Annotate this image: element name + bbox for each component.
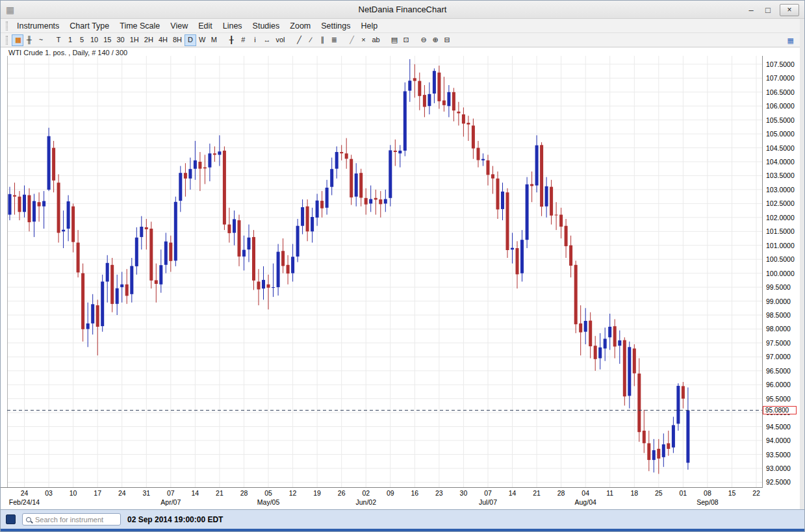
interval-monthly-button[interactable]: M [208, 34, 220, 46]
channel-tool-button[interactable]: ∥ [316, 34, 328, 46]
y-axis-tick-label: 106.5000 [766, 88, 795, 96]
info-tool-button[interactable]: i [249, 34, 261, 46]
ray-line-tool-button[interactable]: ∕ [305, 34, 316, 46]
instrument-search-box[interactable] [22, 513, 121, 526]
interval-4h-button[interactable]: 4H [156, 34, 170, 46]
grid-toggle-button[interactable]: # [237, 34, 249, 46]
chart-link-button[interactable]: ▦ [785, 34, 797, 46]
menu-item-instruments[interactable]: Instruments [12, 20, 64, 32]
menu-item-zoom[interactable]: Zoom [285, 20, 316, 32]
x-axis-week-label: 24 [15, 489, 34, 497]
x-axis-week-label: 28 [552, 489, 571, 497]
time-axis[interactable]: 2403101724310714212805121926020916233007… [1, 488, 762, 509]
title-bar[interactable]: ▦ NetDania FinanceChart – □ × [1, 1, 804, 19]
delete-lines-button[interactable]: × [357, 34, 369, 46]
menu-item-help[interactable]: Help [355, 20, 383, 32]
y-axis-tick-label: 101.5000 [766, 227, 795, 235]
interval-1m-button[interactable]: 1 [64, 34, 76, 46]
zoom-in-button[interactable]: ⊕ [429, 34, 441, 46]
x-axis-week-label: 03 [39, 489, 58, 497]
search-input[interactable] [34, 515, 112, 524]
status-bar: 02 Sep 2014 19:00:00 EDT [1, 509, 804, 529]
zoom-out-button[interactable]: ⊖ [418, 34, 429, 46]
trend-line-tool-button[interactable]: ╱ [293, 34, 305, 46]
toolbar-separator [47, 34, 53, 46]
volume-indicator-button[interactable]: vol [273, 34, 287, 46]
x-axis-month-label: May/05 [246, 498, 291, 506]
crosshair-tool-button[interactable]: ╂ [225, 34, 237, 46]
app-window: ▦ NetDania FinanceChart – □ × Instrument… [0, 0, 805, 532]
x-axis-week-label: 14 [185, 489, 205, 497]
interval-30m-button[interactable]: 30 [114, 34, 127, 46]
toolbar-separator [412, 34, 418, 46]
x-axis-week-label: 28 [234, 489, 253, 497]
x-axis-week-label: 07 [478, 489, 498, 497]
y-axis-tick-label: 105.0000 [766, 130, 795, 138]
toolbar-separator [287, 34, 293, 46]
menu-item-edit[interactable]: Edit [193, 20, 218, 32]
interval-8h-button[interactable]: 8H [170, 34, 185, 46]
toolbar-buttons: ▮▮╫~T151015301H2H4H8HDWM╂#i↔vol╱∕∥≣╱×ab▤… [12, 34, 453, 46]
print-button[interactable]: ▤ [389, 34, 400, 46]
text-label-tool-button[interactable]: ab [369, 34, 382, 46]
bottom-accent-strip [1, 529, 804, 532]
menu-item-chart-type[interactable]: Chart Type [64, 20, 114, 32]
price-axis[interactable]: 107.5000107.0000106.5000106.0000105.5000… [762, 56, 800, 488]
x-axis-week-label: 25 [649, 489, 669, 497]
interval-1h-button[interactable]: 1H [127, 34, 142, 46]
fibonacci-tool-button[interactable]: ≣ [328, 34, 340, 46]
y-axis-tick-label: 106.0000 [766, 102, 795, 110]
interval-5m-button[interactable]: 5 [76, 34, 88, 46]
maximize-button[interactable]: □ [763, 5, 773, 15]
edit-lines-button[interactable]: ╱ [346, 34, 357, 46]
x-axis-week-label: 31 [136, 489, 156, 497]
y-axis-tick-label: 96.5000 [766, 367, 791, 375]
y-axis-tick-label: 93.0000 [766, 464, 791, 472]
window-title: NetDania FinanceChart [1, 5, 804, 14]
y-axis-tick-label: 93.5000 [766, 451, 791, 459]
interval-15m-button[interactable]: 15 [101, 34, 114, 46]
menu-item-view[interactable]: View [165, 20, 193, 32]
y-axis-tick-label: 98.0000 [766, 325, 791, 333]
x-axis-month-label: Apr/07 [148, 498, 194, 506]
x-axis-week-label: 12 [283, 489, 303, 497]
x-axis-week-label: 11 [600, 489, 620, 497]
x-axis-week-label: 05 [259, 489, 278, 497]
candlestick-chart[interactable] [1, 56, 762, 488]
y-axis-tick-label: 101.0000 [766, 242, 795, 249]
y-axis-tick-label: 99.5000 [766, 283, 791, 291]
interval-2h-button[interactable]: 2H [142, 34, 156, 46]
toolbar-grip-handle[interactable] [6, 36, 8, 45]
toolbar-separator [383, 34, 389, 46]
menu-grip-handle[interactable] [6, 21, 8, 31]
candlestick-chart-button[interactable]: ▮▮ [12, 34, 23, 46]
close-button[interactable]: × [780, 4, 799, 16]
x-axis-month-label: Feb/24/14 [2, 498, 47, 506]
interval-daily-button[interactable]: D [185, 34, 196, 46]
x-axis-week-label: 17 [88, 489, 107, 497]
y-axis-tick-label: 105.5000 [766, 116, 795, 124]
expand-horizontal-button[interactable]: ↔ [261, 34, 273, 46]
interval-tick-button[interactable]: T [53, 34, 64, 46]
window-right-frame [800, 19, 805, 509]
x-axis-week-label: 14 [503, 489, 522, 497]
y-axis-tick-label: 94.5000 [766, 423, 791, 431]
zoom-reset-button[interactable]: ⊟ [441, 34, 453, 46]
x-axis-week-label: 18 [624, 489, 644, 497]
menu-item-studies[interactable]: Studies [248, 20, 285, 32]
line-chart-button[interactable]: ~ [35, 34, 47, 46]
interval-10m-button[interactable]: 10 [88, 34, 101, 46]
interval-weekly-button[interactable]: W [196, 34, 208, 46]
window-controls: – □ × [746, 1, 799, 19]
y-axis-tick-label: 104.5000 [766, 144, 795, 152]
y-axis-tick-label: 102.0000 [766, 214, 795, 222]
ohlc-bar-chart-button[interactable]: ╫ [23, 34, 35, 46]
menu-item-settings[interactable]: Settings [316, 20, 355, 32]
y-axis-tick-label: 100.5000 [766, 255, 795, 263]
x-axis-week-label: 02 [356, 489, 376, 497]
menu-item-lines[interactable]: Lines [218, 20, 248, 32]
y-axis-tick-label: 107.5000 [766, 60, 795, 68]
minimize-button[interactable]: – [746, 5, 756, 15]
zoom-area-button[interactable]: ⊡ [400, 34, 412, 46]
menu-item-time-scale[interactable]: Time Scale [114, 20, 165, 32]
